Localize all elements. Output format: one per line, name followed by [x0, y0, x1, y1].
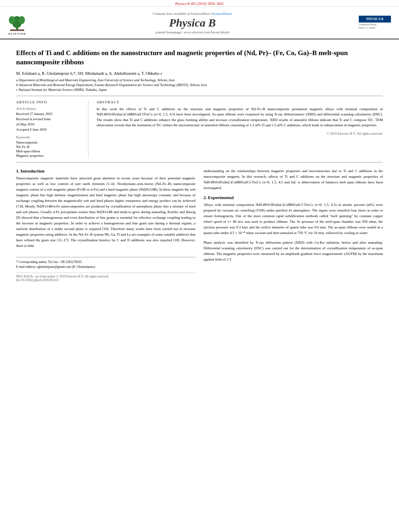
body-content: 1. Introduction Nanocomposite magnetic m…	[16, 168, 383, 281]
section1-number: 1.	[16, 168, 19, 173]
footer-doi: doi:10.1016/j.physb.2010.06.013	[16, 278, 195, 282]
keyword-1: Nanocomposite	[16, 140, 82, 144]
body-divider	[16, 162, 383, 162]
elsevier-logo: ELSEVIER	[8, 10, 26, 35]
section2-paragraph2: Phase analysis was identified by X-ray d…	[204, 240, 383, 263]
info-abstract-row: ARTICLE INFO Article history: Received 2…	[16, 100, 383, 158]
journal-logo-box: PHYSICA B Condensed MatterEditor: A. Hüt…	[359, 16, 391, 30]
body-right-col: understanding on the relationships betwe…	[204, 168, 383, 281]
keywords-section: Keywords: Nanocomposite Nd–Fe–B Melt-spu…	[16, 135, 82, 158]
affiliation-c: c National Institute for Materials Scien…	[16, 88, 383, 92]
affiliations: a Department of Metallurgical and Materi…	[16, 78, 383, 92]
elsevier-label: ELSEVIER	[8, 32, 26, 35]
footnote-2: E-mail address: rgholamipour@gmail.com (…	[16, 265, 195, 269]
footnote-area: * Corresponding author. Tel./fax: +98 22…	[16, 257, 195, 269]
sciencedirect-notice: Contents lists available at ScienceDirec…	[26, 12, 359, 16]
section2-number: 2.	[204, 195, 207, 200]
authors-text: M. Esfahani a, R. Gholamipour b,*, SH. M…	[16, 71, 162, 76]
journal-center: Contents lists available at ScienceDirec…	[26, 12, 359, 34]
journal-title: Physica B	[26, 16, 359, 29]
section1-title: 1. Introduction	[16, 168, 195, 173]
accepted-date: Accepted 6 June 2010	[16, 127, 82, 132]
journal-header: ELSEVIER Contents lists available at Sci…	[0, 7, 399, 39]
received-revised-label: Received in revised form	[16, 117, 82, 122]
journal-homepage: journal homepage: www.elsevier.com/locat…	[26, 30, 359, 34]
article-info-title: ARTICLE INFO	[16, 100, 82, 104]
sciencedirect-link[interactable]: ScienceDirect	[212, 12, 232, 16]
keywords-title: Keywords:	[16, 135, 82, 139]
abstract-panel: ABSTRACT In this work the effects of Ti …	[97, 100, 383, 158]
abstract-text: In this work the effects of Ti and C add…	[97, 107, 383, 128]
abstract-title: ABSTRACT	[97, 100, 383, 104]
article-info-panel: ARTICLE INFO Article history: Received 2…	[16, 100, 88, 158]
header-divider	[16, 96, 383, 96]
article-title: Effects of Ti and C additions on the nan…	[16, 49, 383, 67]
top-citation-bar: Physica B 405 (2010) 3838–3841	[0, 0, 399, 7]
affiliation-b: b Advanced Materials and Renewal Energy …	[16, 83, 383, 87]
authors-line: M. Esfahani a, R. Gholamipour b,*, SH. M…	[16, 71, 383, 76]
keyword-3: Melt-spun ribbon	[16, 149, 82, 153]
elsevier-branding: ELSEVIER	[8, 10, 26, 35]
main-content: Effects of Ti and C additions on the nan…	[0, 39, 399, 288]
keyword-2: Nd–Fe–B	[16, 145, 82, 149]
section2-paragraph1: Alloys with nominal composition Nd9.4Pr0…	[204, 202, 383, 236]
copyright-text: © 2010 Elsevier B.V. All rights reserved…	[97, 131, 383, 136]
footnote-1: * Corresponding author. Tel./fax: +98 22…	[16, 260, 195, 265]
footer-issn: 0921-4526/$ - see front matter © 2010 El…	[16, 275, 195, 278]
physica-b-info: Condensed MatterEditor: A. Hütten	[359, 23, 391, 30]
keyword-4: Magnetic properties	[16, 154, 82, 158]
intro-continuation: understanding on the relationships betwe…	[204, 168, 383, 191]
section1-paragraph: Nanocomposite magnetic materials have at…	[16, 176, 195, 249]
citation-text: Physica B 405 (2010) 3838–3841	[175, 2, 224, 6]
section2-title: 2. Experimental	[204, 195, 383, 200]
section1-heading: Introduction	[21, 168, 45, 173]
body-left-col: 1. Introduction Nanocomposite magnetic m…	[16, 168, 195, 281]
svg-rect-4	[10, 29, 24, 31]
section2-heading: Experimental	[208, 195, 234, 200]
footer-info: 0921-4526/$ - see front matter © 2010 El…	[16, 273, 195, 282]
affiliation-a: a Department of Metallurgical and Materi…	[16, 78, 383, 82]
received-date: Received 27 January 2010	[16, 112, 82, 117]
history-title: Article history:	[16, 107, 82, 111]
svg-point-3	[19, 16, 25, 24]
received-revised-date: 24 May 2010	[16, 122, 82, 127]
physica-b-brand: PHYSICA B	[359, 16, 391, 23]
svg-point-2	[9, 16, 15, 24]
